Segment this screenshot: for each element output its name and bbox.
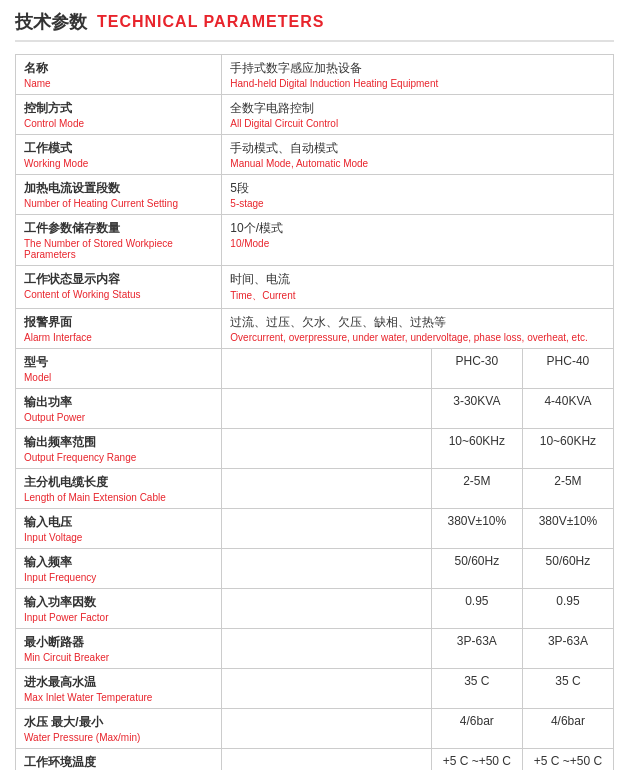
param-value-cn: 10个/模式 [230, 221, 283, 235]
phc40-value: 10~60KHz [522, 429, 613, 469]
phc30-value: 35 C [431, 669, 522, 709]
param-label-en: Output Power [24, 412, 213, 423]
table-row: 输出频率范围Output Frequency Range10~60KHz10~6… [16, 429, 614, 469]
phc40-value: 0.95 [522, 589, 613, 629]
phc30-value: 3-30KVA [431, 389, 522, 429]
title-english: TECHNICAL PARAMETERS [97, 13, 324, 31]
table-row: 型号ModelPHC-30PHC-40 [16, 349, 614, 389]
phc40-value: 4-40KVA [522, 389, 613, 429]
phc40-value: 3P-63A [522, 629, 613, 669]
param-label-en: Input Voltage [24, 532, 213, 543]
param-value-en: Manual Mode, Automatic Mode [230, 158, 605, 169]
table-row: 报警界面Alarm Interface过流、过压、欠水、欠压、缺相、过热等Ove… [16, 309, 614, 349]
phc30-value: 3P-63A [431, 629, 522, 669]
param-value-cn: 过流、过压、欠水、欠压、缺相、过热等 [230, 315, 446, 329]
phc30-value: 50/60Hz [431, 549, 522, 589]
param-label-cn: 进水最高水温 [24, 675, 96, 689]
table-row: 水压 最大/最小Water Pressure (Max/min)4/6bar4/… [16, 709, 614, 749]
param-value-cn: 5段 [230, 181, 249, 195]
param-label-cn: 主分机电缆长度 [24, 475, 108, 489]
param-label-cn: 输出频率范围 [24, 435, 96, 449]
table-row: 工作环境温度Working Environment Temperature+5 … [16, 749, 614, 771]
param-label-cn: 输出功率 [24, 395, 72, 409]
param-label-cn: 加热电流设置段数 [24, 181, 120, 195]
param-value-en: All Digital Circuit Control [230, 118, 605, 129]
param-label-en: Max Inlet Water Temperature [24, 692, 213, 703]
table-row: 加热电流设置段数Number of Heating Current Settin… [16, 175, 614, 215]
phc30-value: PHC-30 [431, 349, 522, 389]
param-value-en: Hand-held Digital Induction Heating Equi… [230, 78, 605, 89]
params-table: 名称Name手持式数字感应加热设备Hand-held Digital Induc… [15, 54, 614, 770]
param-value-en: Overcurrent, overpressure, under water, … [230, 332, 605, 343]
param-label-cn: 工作模式 [24, 141, 72, 155]
table-row: 输入频率Input Frequency50/60Hz50/60Hz [16, 549, 614, 589]
param-value-cn: 时间、电流 [230, 272, 290, 286]
param-label-en: Working Mode [24, 158, 213, 169]
param-label-cn: 输入功率因数 [24, 595, 96, 609]
table-row: 工件参数储存数量The Number of Stored Workpiece P… [16, 215, 614, 266]
phc30-value: 0.95 [431, 589, 522, 629]
param-label-cn: 工件参数储存数量 [24, 221, 120, 235]
param-label-en: Number of Heating Current Setting [24, 198, 213, 209]
phc30-value: 4/6bar [431, 709, 522, 749]
param-label-cn: 输入频率 [24, 555, 72, 569]
phc30-value: +5 C ~+50 C [431, 749, 522, 771]
page-title-section: 技术参数 TECHNICAL PARAMETERS [15, 10, 614, 42]
param-value-en: 10/Mode [230, 238, 605, 249]
param-label-en: Content of Working Status [24, 289, 213, 300]
param-label-cn: 名称 [24, 61, 48, 75]
param-label-en: Input Power Factor [24, 612, 213, 623]
table-row: 最小断路器Min Circuit Breaker3P-63A3P-63A [16, 629, 614, 669]
param-value-cn: 全数字电路控制 [230, 101, 314, 115]
phc40-value: 35 C [522, 669, 613, 709]
phc40-value: 50/60Hz [522, 549, 613, 589]
param-label-cn: 型号 [24, 355, 48, 369]
param-value-cn: 手持式数字感应加热设备 [230, 61, 362, 75]
param-label-cn: 控制方式 [24, 101, 72, 115]
param-label-en: Alarm Interface [24, 332, 213, 343]
param-label-en: Min Circuit Breaker [24, 652, 213, 663]
phc40-value: +5 C ~+50 C [522, 749, 613, 771]
param-label-en: Input Frequency [24, 572, 213, 583]
table-row: 进水最高水温Max Inlet Water Temperature35 C35 … [16, 669, 614, 709]
param-label-en: Control Mode [24, 118, 213, 129]
phc40-value: PHC-40 [522, 349, 613, 389]
table-row: 输出功率Output Power3-30KVA4-40KVA [16, 389, 614, 429]
table-row: 输入功率因数Input Power Factor0.950.95 [16, 589, 614, 629]
param-label-en: Water Pressure (Max/min) [24, 732, 213, 743]
title-chinese: 技术参数 [15, 10, 87, 34]
param-label-en: Length of Main Extension Cable [24, 492, 213, 503]
param-label-cn: 输入电压 [24, 515, 72, 529]
table-row: 名称Name手持式数字感应加热设备Hand-held Digital Induc… [16, 55, 614, 95]
table-row: 工作状态显示内容Content of Working Status时间、电流Ti… [16, 266, 614, 309]
param-label-cn: 工作环境温度 [24, 755, 96, 769]
param-label-cn: 最小断路器 [24, 635, 84, 649]
table-row: 控制方式Control Mode全数字电路控制All Digital Circu… [16, 95, 614, 135]
phc40-value: 4/6bar [522, 709, 613, 749]
param-value-en: Time、Current [230, 289, 605, 303]
param-label-en: The Number of Stored Workpiece Parameter… [24, 238, 213, 260]
param-value-cn: 手动模式、自动模式 [230, 141, 338, 155]
phc40-value: 2-5M [522, 469, 613, 509]
table-row: 工作模式Working Mode手动模式、自动模式Manual Mode, Au… [16, 135, 614, 175]
table-row: 输入电压Input Voltage380V±10%380V±10% [16, 509, 614, 549]
param-label-en: Name [24, 78, 213, 89]
phc30-value: 2-5M [431, 469, 522, 509]
param-label-cn: 报警界面 [24, 315, 72, 329]
param-label-cn: 工作状态显示内容 [24, 272, 120, 286]
param-label-cn: 水压 最大/最小 [24, 715, 103, 729]
phc30-value: 10~60KHz [431, 429, 522, 469]
param-label-en: Output Frequency Range [24, 452, 213, 463]
param-label-en: Model [24, 372, 213, 383]
phc30-value: 380V±10% [431, 509, 522, 549]
table-row: 主分机电缆长度Length of Main Extension Cable2-5… [16, 469, 614, 509]
phc40-value: 380V±10% [522, 509, 613, 549]
param-value-en: 5-stage [230, 198, 605, 209]
